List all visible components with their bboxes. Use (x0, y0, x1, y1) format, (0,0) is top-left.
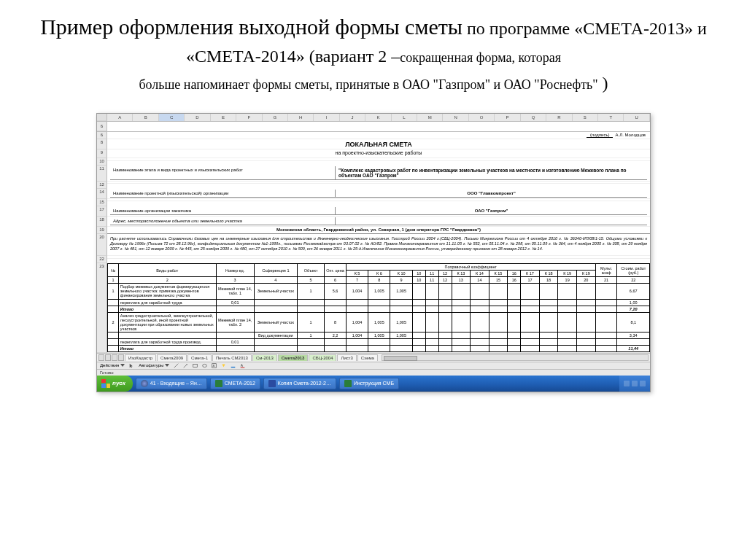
app-icon (268, 380, 276, 387)
sheet-tab[interactable]: Смета2009 (157, 354, 187, 361)
arrow-icon[interactable] (183, 363, 188, 368)
app-icon (344, 380, 352, 387)
table-header-row: № Виды работ Номер ед. Ссференция 1 Объе… (108, 264, 650, 271)
chevron-down-icon (120, 364, 125, 367)
sheet-tab[interactable]: См-2013 (252, 354, 277, 361)
table-row: 1Подбор межевых документов формирующегос… (108, 284, 650, 299)
font-color-icon[interactable]: A (240, 363, 245, 368)
autoshapes-menu[interactable]: Автофигуры (139, 363, 163, 368)
sheet-tab[interactable]: ИзоКадастр (125, 354, 156, 361)
screenshot-container: ABCDEFGHIJKLMNOPQRSTU 6 6 (подпись) А.Л.… (96, 113, 651, 392)
taskbar-item[interactable]: Инструкция СМБ (339, 378, 399, 389)
table-row: Итого11,44 (108, 345, 650, 351)
svg-line-0 (174, 364, 179, 368)
document-subtitle: на проектно-изыскательские работы (107, 149, 650, 158)
sheet-tab-bar[interactable]: ИзоКадастрСмета2009Смета-1Печать СМ2013С… (97, 353, 650, 362)
line-icon[interactable] (174, 363, 179, 368)
field-org-customer: Наименование организации заказчикаОАО "Г… (110, 207, 647, 215)
field-org-designer: Наименование проектной (изыскательской) … (110, 190, 647, 198)
sheet-tab[interactable]: Лист3 (337, 354, 356, 361)
line-color-icon[interactable] (231, 363, 236, 368)
textbox-icon[interactable]: A (212, 363, 217, 368)
pricing-basis-note: При расчете использовались Справочники б… (107, 234, 650, 256)
rect-icon[interactable] (193, 363, 198, 368)
estimate-table: № Виды работ Номер ед. Ссференция 1 Объе… (107, 263, 650, 352)
sheet-tab[interactable]: Схема (357, 354, 378, 361)
actions-menu[interactable]: Действия (100, 363, 119, 368)
app-icon (215, 380, 222, 387)
windows-taskbar[interactable]: пуск 41 - Входящие – Ян…СМЕТА-2012Копия … (97, 376, 650, 392)
horizontal-scrollbar[interactable] (382, 354, 649, 361)
taskbar-item[interactable]: СМЕТА-2012 (210, 378, 260, 389)
table-row: 2Анализ градостроительной, землеустроите… (108, 312, 650, 332)
pointer-icon[interactable] (129, 363, 134, 368)
tray-icon[interactable] (640, 381, 646, 386)
svg-line-1 (184, 364, 187, 368)
svg-rect-8 (241, 368, 245, 368)
svg-rect-2 (193, 364, 198, 367)
app-icon (141, 380, 148, 387)
tab-nav-first-icon[interactable] (98, 354, 104, 361)
table-row: переплата для заработной труда0,011,00 (108, 299, 650, 306)
oval-icon[interactable] (202, 363, 207, 368)
sheet-tab[interactable]: Смета-1 (187, 354, 212, 361)
sheet-tab[interactable]: СБЦ-2004 (309, 354, 336, 361)
tab-nav-last-icon[interactable] (118, 354, 124, 361)
tray-icon[interactable] (632, 381, 638, 386)
taskbar-item[interactable]: Копия Смета-2012-2… (263, 378, 336, 389)
svg-point-3 (203, 364, 207, 367)
drawing-toolbar[interactable]: Действия Автофигуры A A (97, 362, 650, 369)
column-ruler: ABCDEFGHIJKLMNOPQRSTU (97, 114, 650, 122)
svg-text:A: A (241, 364, 244, 368)
tab-nav-prev-icon[interactable] (105, 354, 111, 361)
status-bar: Готово (97, 369, 650, 376)
system-tray[interactable] (619, 376, 650, 392)
table-row: Вид документации12,21,0041,0051,0053,34 (108, 332, 650, 338)
fill-color-icon[interactable] (221, 363, 226, 368)
slide-title: Пример оформления выходной формы сметы п… (29, 13, 718, 96)
tab-nav-next-icon[interactable] (112, 354, 117, 361)
start-button[interactable]: пуск (97, 376, 133, 392)
tray-icon[interactable] (624, 381, 630, 386)
taskbar-item[interactable]: 41 - Входящие – Ян… (136, 378, 207, 389)
svg-text:A: A (213, 364, 215, 368)
formula-bar[interactable]: 6 (97, 122, 650, 132)
table-row: переплата для заработной труда производ.… (108, 338, 650, 345)
svg-rect-6 (231, 367, 236, 368)
sheet-tab[interactable]: Смета2013 (278, 354, 309, 361)
document-title: ЛОКАЛЬНАЯ СМЕТА (107, 139, 650, 149)
windows-logo-icon (101, 379, 110, 388)
table-colnum-row: 12345678910111213141516171819202122 (108, 277, 650, 284)
field-work-name: Наименование этапа и вида проектных и из… (110, 166, 647, 180)
field-address-label: Адрес, месторасположение объекта или зем… (110, 217, 647, 225)
field-address-value: Московская область, Гвардеевский район, … (107, 227, 650, 234)
sheet-tab[interactable]: Печать СМ2013 (212, 354, 252, 361)
approver-signature: (подпись) А.Л. Молодцов (107, 132, 650, 139)
chevron-down-icon (165, 364, 169, 367)
table-row: Итого7,20 (108, 306, 650, 312)
